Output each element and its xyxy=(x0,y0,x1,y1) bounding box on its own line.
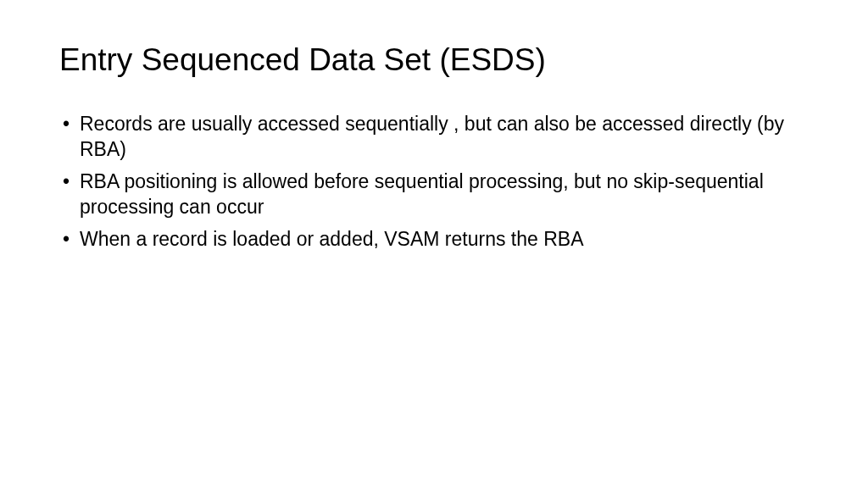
bullet-item: Records are usually accessed sequentiall… xyxy=(59,112,809,163)
bullet-item: RBA positioning is allowed before sequen… xyxy=(59,169,809,220)
slide-title: Entry Sequenced Data Set (ESDS) xyxy=(59,42,809,78)
bullet-list: Records are usually accessed sequentiall… xyxy=(59,112,809,252)
bullet-item: When a record is loaded or added, VSAM r… xyxy=(59,227,809,252)
